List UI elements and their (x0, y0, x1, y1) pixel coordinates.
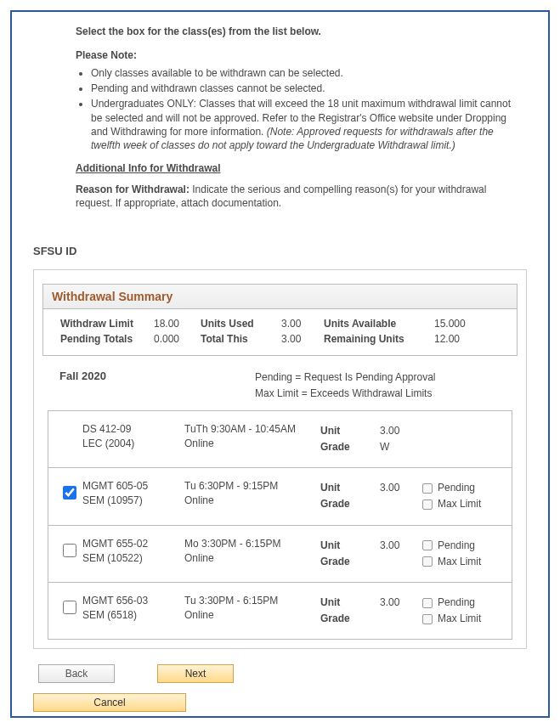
schedule-time: Mo 3:30PM - 6:15PM (184, 538, 320, 550)
units-value: 3.00 (380, 595, 422, 611)
maxlimit-flag-label: Max Limit (438, 611, 481, 627)
schedule-mode: Online (184, 437, 320, 449)
unitgrade-labels: UnitGrade (320, 423, 380, 455)
course-code: MGMT 656-03 (82, 595, 184, 607)
maxlimit-flag-box (422, 499, 433, 510)
reason-line: Reason for Withdrawal: Indicate the seri… (76, 183, 518, 210)
course-section: SEM (6518) (82, 609, 184, 621)
pending-flag-label: Pending (438, 595, 475, 611)
pending-flag: Pending (422, 595, 505, 611)
schedule-mode: Online (184, 609, 320, 621)
course-cell: MGMT 655-02SEM (10522) (82, 538, 184, 564)
schedule-cell: Tu 6:30PM - 9:15PMOnline (184, 480, 320, 506)
course-section: LEC (2004) (82, 437, 184, 449)
select-class-checkbox[interactable] (63, 601, 76, 614)
pending-flag: Pending (422, 480, 505, 496)
class-row: MGMT 656-03SEM (6518)Tu 3:30PM - 6:15PMO… (48, 583, 512, 639)
schedule-cell: Tu 3:30PM - 6:15PMOnline (184, 595, 320, 621)
class-list: DS 412-09LEC (2004)TuTh 9:30AM - 10:45AM… (48, 410, 512, 641)
next-button[interactable]: Next (157, 664, 234, 683)
unit-values: 3.00W (380, 423, 422, 455)
please-note-label: Please Note: (76, 49, 137, 61)
course-code: DS 412-09 (82, 423, 184, 435)
schedule-mode: Online (184, 494, 320, 506)
flags-cell: PendingMax Limit (422, 538, 505, 570)
units-available-value: 15.000 (434, 318, 485, 330)
note-item: Only classes available to be withdrawn c… (91, 66, 518, 80)
units-used-value: 3.00 (281, 318, 324, 330)
withdraw-limit-value: 18.00 (154, 318, 201, 330)
course-section: SEM (10957) (82, 494, 184, 506)
note-item: Pending and withdrawn classes cannot be … (91, 82, 518, 95)
course-cell: MGMT 605-05SEM (10957) (82, 480, 184, 506)
checkbox-cell (55, 423, 82, 426)
select-class-checkbox[interactable] (63, 486, 76, 499)
flags-cell: PendingMax Limit (422, 480, 505, 512)
unit-values: 3.00 (380, 480, 422, 496)
instructions-block: Select the box for the class(es) from th… (76, 25, 518, 211)
class-row: MGMT 655-02SEM (10522)Mo 3:30PM - 6:15PM… (48, 526, 512, 583)
schedule-cell: Mo 3:30PM - 6:15PMOnline (184, 538, 320, 564)
note-list: Only classes available to be withdrawn c… (91, 66, 518, 152)
unit-label: Unit (320, 538, 380, 554)
units-value: 3.00 (380, 423, 422, 439)
unitgrade-labels: UnitGrade (320, 538, 380, 570)
maxlimit-flag-box (422, 614, 433, 624)
pending-flag-label: Pending (438, 538, 475, 554)
unit-label: Unit (320, 595, 380, 611)
button-row: Back Next (33, 664, 527, 683)
units-used-label: Units Used (201, 318, 281, 330)
withdrawal-form-frame: Select the box for the class(es) from th… (10, 10, 550, 718)
pending-flag: Pending (422, 538, 505, 554)
summary-row: Pending Totals 0.000 Total This 3.00 Rem… (60, 333, 508, 345)
grade-label: Grade (320, 439, 380, 455)
unit-values: 3.00 (380, 595, 422, 611)
units-value: 3.00 (380, 480, 422, 496)
pending-flag-label: Pending (438, 480, 475, 496)
maxlimit-flag: Max Limit (422, 554, 505, 570)
grade-value: W (380, 439, 422, 455)
pending-totals-label: Pending Totals (60, 333, 154, 345)
legend-block: Pending = Request Is Pending Approval Ma… (255, 370, 435, 402)
checkbox-cell (55, 538, 82, 560)
course-code: MGMT 655-02 (82, 538, 184, 550)
select-line: Select the box for the class(es) from th… (76, 25, 321, 37)
grade-label: Grade (320, 554, 380, 570)
schedule-time: Tu 6:30PM - 9:15PM (184, 480, 320, 492)
total-this-value: 3.00 (281, 333, 324, 345)
summary-row: Withdraw Limit 18.00 Units Used 3.00 Uni… (60, 318, 508, 330)
cancel-button[interactable]: Cancel (33, 693, 186, 712)
class-row: DS 412-09LEC (2004)TuTh 9:30AM - 10:45AM… (48, 411, 512, 468)
units-available-label: Units Available (324, 318, 434, 330)
additional-info-title: Additional Info for Withdrawal (76, 162, 518, 174)
legend-maxlimit: Max Limit = Exceeds Withdrawal Limits (255, 386, 435, 402)
term-label: Fall 2020 (59, 370, 255, 402)
total-this-label: Total This (201, 333, 281, 345)
summary-body: Withdraw Limit 18.00 Units Used 3.00 Uni… (43, 309, 517, 355)
back-button[interactable]: Back (38, 664, 115, 683)
checkbox-cell (55, 595, 82, 617)
maxlimit-flag-box (422, 556, 433, 567)
note-item: Undergraduates ONLY: Classes that will e… (91, 97, 518, 152)
unit-values: 3.00 (380, 538, 422, 554)
course-cell: MGMT 656-03SEM (6518) (82, 595, 184, 621)
maxlimit-flag: Max Limit (422, 611, 505, 627)
maxlimit-flag-label: Max Limit (438, 496, 481, 512)
select-class-checkbox[interactable] (63, 544, 76, 557)
unit-label: Unit (320, 480, 380, 496)
legend-pending: Pending = Request Is Pending Approval (255, 370, 435, 386)
pending-flag-box (422, 598, 433, 608)
remaining-units-value: 12.00 (434, 333, 485, 345)
remaining-units-label: Remaining Units (324, 333, 434, 345)
unitgrade-labels: UnitGrade (320, 480, 380, 512)
checkbox-cell (55, 480, 82, 502)
withdrawal-panel: Withdrawal Summary Withdraw Limit 18.00 … (33, 269, 527, 650)
withdrawal-summary-box: Withdrawal Summary Withdraw Limit 18.00 … (42, 284, 518, 356)
unit-label: Unit (320, 423, 380, 439)
pending-totals-value: 0.000 (154, 333, 201, 345)
summary-title: Withdrawal Summary (43, 285, 517, 309)
sfsu-id-label: SFSU ID (33, 245, 527, 257)
grade-label: Grade (320, 496, 380, 512)
schedule-cell: TuTh 9:30AM - 10:45AMOnline (184, 423, 320, 449)
flags-cell: PendingMax Limit (422, 595, 505, 627)
